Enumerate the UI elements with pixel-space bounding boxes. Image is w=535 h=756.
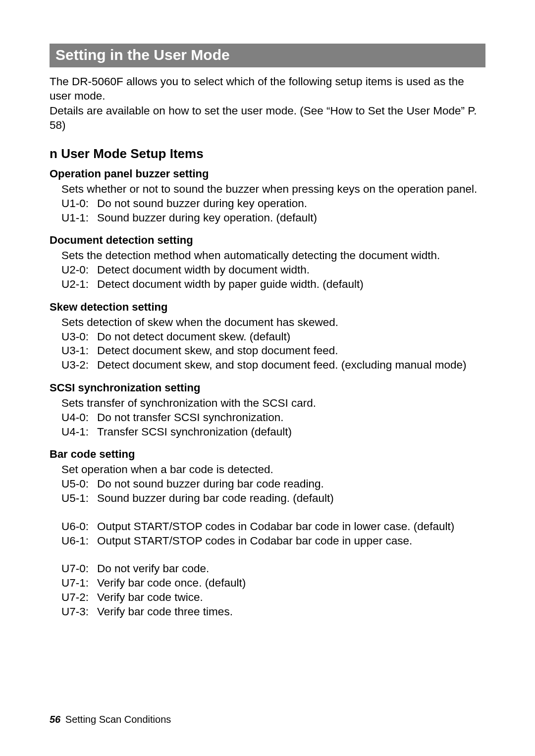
list-item: U1-0:Do not sound buzzer during key oper… <box>61 197 485 211</box>
item-key: U7-0: <box>61 562 97 576</box>
section-title: Operation panel buzzer setting <box>50 167 485 180</box>
list-item: U4-0:Do not transfer SCSI synchronizatio… <box>61 411 485 425</box>
item-key: U4-1: <box>61 425 97 439</box>
item-key: U4-0: <box>61 411 97 425</box>
section-body: Sets detection of skew when the document… <box>50 316 485 373</box>
list-item: U4-1:Transfer SCSI synchronization (defa… <box>61 425 485 439</box>
item-key: U2-1: <box>61 277 97 292</box>
section-bar-code: Bar code setting Set operation when a ba… <box>50 448 485 619</box>
list-item: U7-0:Do not verify bar code. <box>61 562 485 576</box>
item-value: Verify bar code three times. <box>97 605 485 619</box>
list-item: U7-3:Verify bar code three times. <box>61 605 485 619</box>
section-body: Sets whether or not to sound the buzzer … <box>50 182 485 225</box>
list-item: U2-1:Detect document width by paper guid… <box>61 277 485 292</box>
item-key: U5-1: <box>61 491 97 506</box>
section-desc: Set operation when a bar code is detecte… <box>61 463 485 477</box>
item-key: U1-1: <box>61 211 97 225</box>
item-key: U7-3: <box>61 605 97 619</box>
intro-line-1: The DR-5060F allows you to select which … <box>50 74 485 104</box>
intro-block: The DR-5060F allows you to select which … <box>50 74 485 132</box>
section-body: Set operation when a bar code is detecte… <box>50 463 485 619</box>
item-key: U1-0: <box>61 197 97 211</box>
item-key: U3-0: <box>61 330 97 344</box>
item-value: Detect document width by document width. <box>97 263 485 277</box>
spacer <box>61 506 485 520</box>
item-value: Verify bar code twice. <box>97 591 485 605</box>
section-body: Sets the detection method when automatic… <box>50 249 485 291</box>
list-item: U6-0:Output START/STOP codes in Codabar … <box>61 520 485 534</box>
item-value: Do not sound buzzer during bar code read… <box>97 477 485 491</box>
section-desc: Sets detection of skew when the document… <box>61 316 485 330</box>
section-desc: Sets transfer of synchronization with th… <box>61 396 485 411</box>
section-scsi-sync: SCSI synchronization setting Sets transf… <box>50 381 485 439</box>
item-key: U7-1: <box>61 576 97 591</box>
intro-line-2: Details are available on how to set the … <box>50 104 485 133</box>
list-item: U5-1:Sound buzzer during bar code readin… <box>61 491 485 506</box>
item-value: Verify bar code once. (default) <box>97 576 485 591</box>
page-footer: 56 Setting Scan Conditions <box>50 714 171 725</box>
list-item: U5-0:Do not sound buzzer during bar code… <box>61 477 485 491</box>
item-value: Sound buzzer during bar code reading. (d… <box>97 491 485 506</box>
section-title: Bar code setting <box>50 448 485 461</box>
list-item: U1-1:Sound buzzer during key operation. … <box>61 211 485 225</box>
list-item: U3-1:Detect document skew, and stop docu… <box>61 344 485 358</box>
list-item: U3-0:Do not detect document skew. (defau… <box>61 330 485 344</box>
item-value: Output START/STOP codes in Codabar bar c… <box>97 534 485 548</box>
item-value: Sound buzzer during key operation. (defa… <box>97 211 485 225</box>
spacer <box>61 548 485 562</box>
page-number: 56 <box>50 714 60 725</box>
item-value: Do not sound buzzer during key operation… <box>97 197 485 211</box>
item-value: Transfer SCSI synchronization (default) <box>97 425 485 439</box>
item-value: Output START/STOP codes in Codabar bar c… <box>97 520 485 534</box>
list-item: U2-0:Detect document width by document w… <box>61 263 485 277</box>
item-value: Detect document skew, and stop document … <box>97 358 485 373</box>
page-title: Setting in the User Mode <box>55 47 230 63</box>
page-title-bar: Setting in the User Mode <box>50 44 485 67</box>
subheading-prefix: n <box>50 146 57 161</box>
item-key: U6-1: <box>61 534 97 548</box>
item-key: U7-2: <box>61 591 97 605</box>
footer-text: Setting Scan Conditions <box>65 714 171 725</box>
page: Setting in the User Mode The DR-5060F al… <box>0 0 535 756</box>
section-title: Skew detection setting <box>50 301 485 314</box>
list-item: U7-1:Verify bar code once. (default) <box>61 576 485 591</box>
item-value: Do not detect document skew. (default) <box>97 330 485 344</box>
item-key: U2-0: <box>61 263 97 277</box>
section-document-detection: Document detection setting Sets the dete… <box>50 234 485 291</box>
section-title: Document detection setting <box>50 234 485 247</box>
item-value: Do not verify bar code. <box>97 562 485 576</box>
item-key: U3-2: <box>61 358 97 373</box>
item-key: U5-0: <box>61 477 97 491</box>
list-item: U7-2:Verify bar code twice. <box>61 591 485 605</box>
list-item: U6-1:Output START/STOP codes in Codabar … <box>61 534 485 548</box>
list-item: U3-2:Detect document skew, and stop docu… <box>61 358 485 373</box>
section-title: SCSI synchronization setting <box>50 381 485 394</box>
item-value: Do not transfer SCSI synchronization. <box>97 411 485 425</box>
subheading-text: User Mode Setup Items <box>61 146 204 161</box>
section-skew-detection: Skew detection setting Sets detection of… <box>50 301 485 373</box>
section-buzzer: Operation panel buzzer setting Sets whet… <box>50 167 485 225</box>
item-key: U6-0: <box>61 520 97 534</box>
item-key: U3-1: <box>61 344 97 358</box>
subheading: n User Mode Setup Items <box>50 146 485 162</box>
item-value: Detect document skew, and stop document … <box>97 344 485 358</box>
section-desc: Sets the detection method when automatic… <box>61 249 485 263</box>
item-value: Detect document width by paper guide wid… <box>97 277 485 292</box>
section-desc: Sets whether or not to sound the buzzer … <box>61 182 485 197</box>
section-body: Sets transfer of synchronization with th… <box>50 396 485 439</box>
